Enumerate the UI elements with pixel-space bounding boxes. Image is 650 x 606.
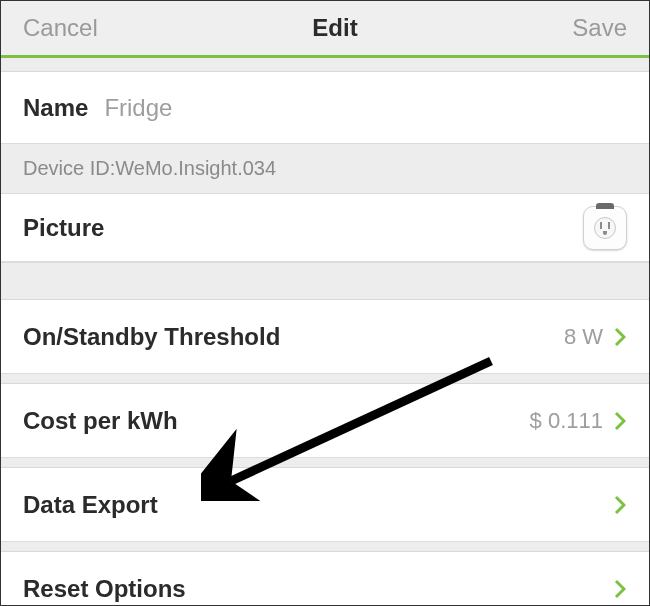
chevron-right-icon: [613, 578, 627, 600]
save-button[interactable]: Save: [572, 14, 627, 42]
section-gap: [1, 374, 649, 384]
threshold-value: 8 W: [564, 324, 603, 350]
picture-row[interactable]: Picture: [1, 194, 649, 262]
chevron-right-icon: [613, 494, 627, 516]
data-export-row[interactable]: Data Export: [1, 468, 649, 542]
chevron-right-icon: [613, 410, 627, 432]
device-id-prefix: Device ID:: [23, 157, 115, 180]
section-gap: [1, 58, 649, 72]
cost-row[interactable]: Cost per kWh $ 0.111: [1, 384, 649, 458]
reset-options-row[interactable]: Reset Options: [1, 552, 649, 606]
threshold-label: On/Standby Threshold: [23, 323, 280, 351]
cost-label: Cost per kWh: [23, 407, 178, 435]
page-title: Edit: [312, 14, 357, 42]
cancel-button[interactable]: Cancel: [23, 14, 98, 42]
header-bar: Cancel Edit Save: [1, 1, 649, 58]
plug-icon: [583, 206, 627, 250]
device-id-row: Device ID: WeMo.Insight.034: [1, 144, 649, 194]
name-row[interactable]: Name Fridge: [1, 72, 649, 144]
picture-label: Picture: [23, 214, 104, 242]
section-gap: [1, 458, 649, 468]
cost-value: $ 0.111: [530, 408, 603, 434]
section-gap: [1, 262, 649, 300]
threshold-row[interactable]: On/Standby Threshold 8 W: [1, 300, 649, 374]
section-gap: [1, 542, 649, 552]
name-input[interactable]: Fridge: [104, 94, 172, 122]
data-export-label: Data Export: [23, 491, 158, 519]
reset-options-label: Reset Options: [23, 575, 186, 603]
chevron-right-icon: [613, 326, 627, 348]
name-label: Name: [23, 94, 88, 122]
device-id-value: WeMo.Insight.034: [115, 157, 276, 180]
